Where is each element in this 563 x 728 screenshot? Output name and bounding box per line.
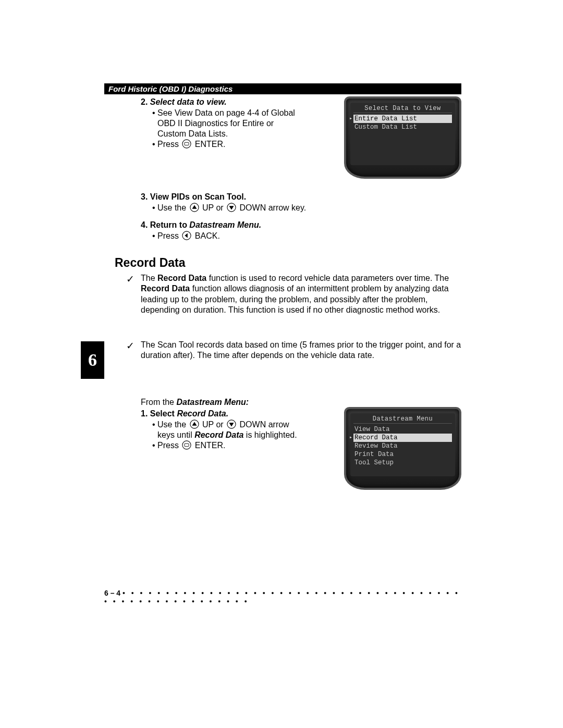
down-arrow-icon — [227, 419, 236, 429]
step-4-title: Return to Datastream Menu. — [150, 220, 261, 229]
page-content: Ford Historic (OBD I) Diagnostics 2. Sel… — [104, 83, 461, 513]
svg-marker-5 — [229, 206, 234, 209]
step-2-title: Select data to view. — [150, 97, 227, 106]
header-bar: Ford Historic (OBD I) Diagnostics — [104, 83, 461, 94]
step-3-title: View PIDs on Scan Tool. — [150, 192, 246, 201]
down-arrow-icon — [227, 203, 236, 212]
screen2-item-view: View Data — [353, 425, 452, 434]
step-3-bullet-1: • Use the UP or DOWN arrow key. — [152, 203, 461, 213]
step-2-bullet-2-text: Press ENTER. — [157, 139, 297, 150]
step-2-bullet-1-text: See View Data on page 4-4 of Global OBD … — [157, 108, 297, 139]
step-r-title: Select Record Data. — [150, 409, 228, 418]
step-4-bullets: • Press BACK. — [152, 231, 461, 241]
enter-button-icon — [182, 139, 191, 149]
screen2-item-setup: Tool Setup — [353, 459, 452, 467]
step-2: 2. Select data to view. • See View Data … — [141, 97, 297, 150]
step-r-bullets: • Use the UP or DOWN arrow keys until Re… — [152, 419, 297, 451]
step-2-bullet-1: • See View Data on page 4-4 of Global OB… — [152, 108, 297, 139]
step-2-number: 2. — [141, 97, 148, 106]
from-datastream-line: From the Datastream Menu: — [141, 398, 461, 407]
screen2-title: Datastream Menu — [353, 415, 452, 424]
record-data-para1: ✓ The Record Data function is used to re… — [141, 273, 461, 316]
up-arrow-icon — [190, 203, 199, 212]
step-4-number: 4. — [141, 220, 148, 229]
svg-point-12 — [182, 441, 191, 449]
screen1-title: Select Data to View — [353, 105, 452, 113]
screen2-item-print: Print Data — [353, 450, 452, 459]
step-4: 4. Return to Datastream Menu. • Press BA… — [141, 220, 461, 241]
step-r-number: 1. — [141, 409, 148, 418]
screen-datastream-menu: Datastream Menu View Data Record Data Re… — [344, 407, 461, 490]
screen1-item-custom: Custom Data List — [353, 123, 452, 131]
chapter-tab: 6 — [81, 341, 104, 379]
up-arrow-icon — [190, 419, 199, 429]
svg-marker-9 — [192, 422, 197, 425]
footer-dots: • • • • • • • • • • • • • • • • • • • • … — [104, 589, 460, 606]
step-4-bullet-1-text: Press BACK. — [157, 231, 461, 241]
step-select-record-container: 1. Select Record Data. • Use the UP or — [104, 409, 461, 513]
step-3-bullet-1-text: Use the UP or DOWN arrow key. — [157, 203, 461, 213]
svg-rect-13 — [185, 443, 189, 446]
enter-button-icon — [182, 440, 191, 450]
step-3-bullets: • Use the UP or DOWN arrow key. — [152, 203, 461, 213]
step-3-number: 3. — [141, 192, 148, 201]
screen1-item-entire: Entire Data List — [353, 115, 452, 123]
page-footer: 6 – 4 • • • • • • • • • • • • • • • • • … — [104, 589, 461, 606]
step-r-bullet-2: • Press ENTER. — [152, 440, 297, 451]
page-number: 6 – 4 — [104, 589, 120, 597]
checkmark-icon: ✓ — [126, 340, 134, 352]
screen-select-data: Select Data to View Entire Data List Cus… — [344, 96, 461, 179]
step-2-bullet-2: • Press ENTER. — [152, 139, 297, 150]
step-r-bullet-2-text: Press ENTER. — [157, 440, 297, 451]
screen2-item-review: Review Data — [353, 442, 452, 450]
svg-marker-11 — [229, 423, 234, 426]
record-data-para2: ✓ The Scan Tool records data based on ti… — [141, 340, 461, 361]
step-r-bullet-1-text: Use the UP or DOWN arrow keys until Reco… — [157, 419, 297, 440]
svg-rect-1 — [185, 142, 189, 145]
step-3: 3. View PIDs on Scan Tool. • Use the UP … — [141, 192, 461, 213]
svg-point-0 — [182, 140, 191, 148]
step-select-record: 1. Select Record Data. • Use the UP or — [141, 409, 297, 451]
screen2-item-record: Record Data — [353, 434, 452, 442]
step-2-container: 2. Select data to view. • See View Data … — [104, 97, 461, 186]
step-r-bullet-1: • Use the UP or DOWN arrow keys until Re… — [152, 419, 297, 440]
checkmark-icon: ✓ — [126, 273, 134, 286]
svg-marker-3 — [192, 205, 197, 209]
svg-marker-7 — [185, 233, 188, 238]
step-4-bullet-1: • Press BACK. — [152, 231, 461, 241]
step-2-bullets: • See View Data on page 4-4 of Global OB… — [152, 108, 297, 150]
section-record-data-title: Record Data — [115, 256, 461, 270]
back-button-icon — [182, 231, 191, 240]
